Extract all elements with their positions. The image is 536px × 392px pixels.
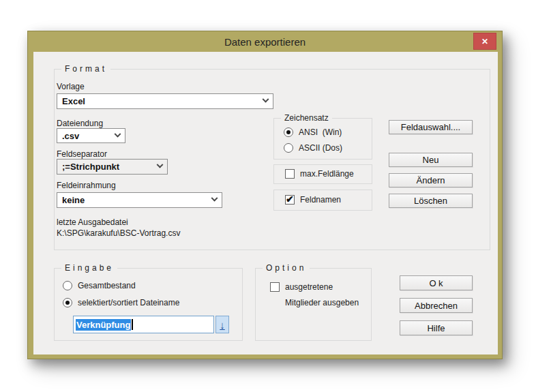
radio-icon[interactable] xyxy=(63,298,72,307)
feldseparator-value: ;=Strichpunkt xyxy=(62,162,119,172)
loeschen-button[interactable]: Löschen xyxy=(389,194,473,208)
max-feldlaenge-option[interactable]: max.Feldlänge xyxy=(285,169,354,179)
max-feldlaenge-label: max.Feldlänge xyxy=(300,169,354,179)
selektiert-label: selektiert/sortiert Dateiname xyxy=(78,298,179,307)
radio-selektiert-sortiert[interactable]: selektiert/sortiert Dateiname xyxy=(63,298,179,307)
dialog-content: Format Vorlage Excel Dateiendung .csv Fe… xyxy=(33,52,498,355)
radio-ansi-label: ANSI (Win) xyxy=(299,127,342,137)
arrow-down-icon: ↓ xyxy=(220,319,225,331)
max-feldlaenge-box: max.Feldlänge xyxy=(273,164,372,184)
feldeinrahmung-value: keine xyxy=(62,195,85,205)
dateiname-input[interactable]: Verknüpfung xyxy=(73,316,214,333)
dateiname-selected-text: Verknüpfung xyxy=(76,319,131,331)
chevron-down-icon xyxy=(157,162,164,168)
chevron-down-icon xyxy=(211,195,218,202)
feldseparator-label: Feldseparator xyxy=(57,149,107,159)
eingabe-group: Eingabe Gesamtbestand selektiert/sortier… xyxy=(54,268,243,341)
close-button[interactable]: ✕ xyxy=(473,33,496,50)
export-dialog-window: Daten exportieren ✕ Format Vorlage Excel… xyxy=(27,31,503,359)
checkbox-icon[interactable] xyxy=(270,282,280,292)
chevron-down-icon xyxy=(263,96,269,103)
vorlage-label: Vorlage xyxy=(57,82,85,91)
feldnamen-label: Feldnamen xyxy=(300,195,341,205)
radio-gesamtbestand[interactable]: Gesamtbestand xyxy=(63,281,136,290)
option-group-label: Option xyxy=(263,263,310,273)
radio-icon[interactable] xyxy=(63,281,72,290)
chevron-down-icon xyxy=(115,130,121,137)
abbrechen-button[interactable]: Abbrechen xyxy=(400,298,473,313)
feldnamen-option[interactable]: Feldnamen xyxy=(285,195,341,205)
radio-ascii-dos[interactable]: ASCII (Dos) xyxy=(284,143,342,153)
radio-ascii-label: ASCII (Dos) xyxy=(299,143,342,153)
option-group: Option ausgetretene Mitglieder ausgeben xyxy=(255,268,372,341)
radio-ansi-win[interactable]: ANSI (Win) xyxy=(284,127,342,137)
letzte-ausgabedatei-path: K:\SPG\karakufu\BSC-Vortrag.csv xyxy=(57,228,180,238)
letzte-ausgabedatei-label: letzte Ausgabedatei xyxy=(57,217,128,227)
insert-filename-button[interactable]: ↓ xyxy=(215,316,229,333)
ausgetretene-option[interactable]: ausgetretene xyxy=(270,282,333,292)
mitglieder-ausgeben-label: Mitglieder ausgeben xyxy=(285,298,359,307)
dialog-title: Daten exportieren xyxy=(224,36,306,48)
checkbox-icon[interactable] xyxy=(285,169,295,179)
ok-button[interactable]: O k xyxy=(400,275,473,290)
ausgetretene-label: ausgetretene xyxy=(285,282,333,292)
vorlage-combobox[interactable]: Excel xyxy=(57,93,273,109)
zeichensatz-group-label: Zeichensatz xyxy=(281,113,332,123)
format-group-label: Format xyxy=(61,64,110,74)
feldeinrahmung-combobox[interactable]: keine xyxy=(57,192,222,208)
radio-icon[interactable] xyxy=(284,127,293,137)
gesamtbestand-label: Gesamtbestand xyxy=(78,281,136,290)
close-icon: ✕ xyxy=(481,37,488,46)
feldeinrahmung-label: Feldeinrahmung xyxy=(57,181,116,190)
feldauswahl-button[interactable]: Feldauswahl.... xyxy=(389,120,473,134)
neu-button[interactable]: Neu xyxy=(389,153,473,167)
dateiendung-value: .csv xyxy=(62,131,79,141)
checkbox-icon[interactable] xyxy=(285,195,295,205)
aendern-button[interactable]: Ändern xyxy=(389,173,473,187)
vorlage-value: Excel xyxy=(62,96,85,106)
feldnamen-box: Feldnamen xyxy=(273,190,372,211)
radio-icon[interactable] xyxy=(284,143,293,153)
feldseparator-combobox[interactable]: ;=Strichpunkt xyxy=(57,159,168,175)
eingabe-group-label: Eingabe xyxy=(61,263,117,273)
text-caret xyxy=(132,319,133,330)
dateiendung-combobox[interactable]: .csv xyxy=(57,128,125,143)
dialog-titlebar[interactable]: Daten exportieren xyxy=(28,31,502,52)
hilfe-button[interactable]: Hilfe xyxy=(400,320,473,335)
dateiendung-label: Dateiendung xyxy=(57,119,103,128)
zeichensatz-group: Zeichensatz ANSI (Win) ASCII (Dos) xyxy=(273,118,372,160)
